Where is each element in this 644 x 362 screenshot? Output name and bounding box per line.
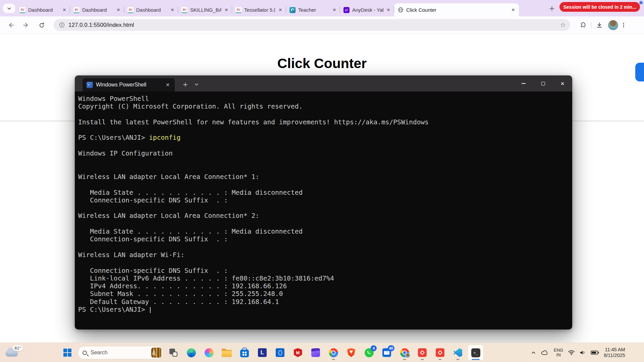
tab-title: Dashboard [136, 7, 167, 13]
taskbar-task-view[interactable] [166, 345, 181, 360]
wifi-button[interactable] [566, 346, 577, 359]
tab-title: Dashboard [28, 7, 59, 13]
language-indicator[interactable]: ENG IN [551, 346, 566, 359]
forward-button[interactable] [21, 20, 32, 31]
wifi-icon [568, 350, 575, 355]
new-tab-button[interactable] [547, 4, 557, 13]
site-info-icon[interactable] [58, 22, 65, 28]
bookmark-star-icon[interactable]: ☆ [559, 21, 567, 29]
tab-search-button[interactable] [3, 4, 15, 13]
tab-click-counter[interactable]: Click Counter✕ [394, 3, 519, 16]
tab-title: AnyDesk - Yaho [352, 7, 383, 13]
taskbar-brave[interactable] [343, 345, 359, 360]
powershell-icon: >_ [87, 82, 93, 88]
tab-dashboard[interactable]: TUDashboard✕ [124, 3, 178, 16]
forward-arrow-icon [23, 22, 30, 28]
taskbar-anydesk[interactable] [415, 345, 430, 360]
session-timeout-badge: Session will be closed in 2 min... [559, 2, 640, 12]
terminal-tab-close-icon[interactable]: ✕ [164, 81, 171, 88]
tab-dashboard[interactable]: TUDashboard✕ [70, 3, 124, 16]
tab-close-icon[interactable]: ✕ [223, 7, 229, 13]
taskbar-anydesk-2[interactable] [432, 345, 448, 360]
volume-button[interactable] [577, 346, 588, 359]
reload-icon [39, 22, 45, 28]
terminal-line: Media State . . . . . . . . . . . : Medi… [78, 189, 572, 196]
battery-button[interactable] [588, 346, 601, 359]
taskbar-mail[interactable]: 40 [379, 345, 394, 360]
cloud-weather-icon [5, 351, 18, 357]
close-icon: ✕ [560, 81, 565, 86]
web-page: Click Counter >_ Windows PowerShell ✕ [0, 34, 644, 343]
taskbar-microsoft-store[interactable] [237, 345, 252, 360]
taskbar-whatsapp[interactable]: 4 [361, 345, 377, 360]
edge-docked-widget[interactable] [635, 63, 644, 81]
tab-close-icon[interactable]: ✕ [510, 7, 516, 13]
tray-overflow-button[interactable] [529, 346, 538, 359]
taskbar-clipchamp[interactable] [308, 345, 323, 360]
taskbar-edge[interactable] [183, 345, 199, 360]
onedrive-button[interactable] [538, 346, 551, 359]
edge-icon [187, 348, 196, 357]
clipchamp-icon [311, 348, 320, 357]
terminal-title-bar[interactable]: >_ Windows PowerShell ✕ ✕ [75, 75, 572, 92]
taskbar-file-explorer[interactable] [219, 345, 234, 360]
taskbar-l-tile-app[interactable]: L [255, 345, 270, 360]
tab-close-icon[interactable]: ✕ [277, 7, 283, 13]
terminal-output[interactable]: Windows PowerShellCopyright (C) Microsof… [75, 92, 572, 329]
notification-badge: 4 [371, 345, 377, 351]
taskbar-search[interactable]: Search [77, 346, 163, 359]
plus-icon [183, 82, 187, 87]
terminal-line: Media State . . . . . . . . . . . : Medi… [78, 228, 572, 235]
tab-skilling-batch[interactable]: TUSKILLING_BATCH✕ [178, 3, 232, 16]
taskbar-vscode[interactable] [450, 345, 466, 360]
url-text[interactable]: 127.0.0.1:5500/index.html [68, 22, 559, 28]
tab-teacher[interactable]: Teacher✕ [286, 3, 340, 16]
vscode-icon [453, 348, 462, 357]
tab-close-icon[interactable]: ✕ [115, 7, 121, 13]
l-app-icon: L [258, 348, 267, 357]
address-bar[interactable]: 127.0.0.1:5500/index.html ☆ [54, 19, 570, 31]
weather-widget[interactable]: 81° [4, 345, 25, 360]
downloads-button[interactable] [594, 20, 605, 31]
running-indicator [439, 359, 442, 360]
profile-avatar[interactable] [608, 20, 618, 30]
tab-dashboard[interactable]: TUDashboard✕ [16, 3, 70, 16]
browser-tab-strip: TUDashboard✕TUDashboard✕TUDashboard✕TUSK… [0, 0, 644, 16]
close-button[interactable]: ✕ [553, 75, 572, 92]
taskbar-chrome-profile[interactable] [397, 345, 412, 360]
running-indicator [472, 359, 480, 360]
tu-logo-icon: TU [181, 7, 187, 13]
tab-close-icon[interactable]: ✕ [331, 7, 337, 13]
tab-close-icon[interactable]: ✕ [169, 7, 175, 13]
plus-icon [549, 6, 554, 11]
browser-toolbar: 127.0.0.1:5500/index.html ☆ [0, 16, 644, 34]
terminal-line [78, 126, 572, 134]
tab-anydesk-yaho[interactable]: y!AnyDesk - Yaho✕ [340, 3, 394, 16]
browser-menu-button[interactable] [618, 20, 629, 31]
taskbar-copilot[interactable] [201, 345, 217, 360]
extensions-button[interactable] [578, 20, 588, 31]
back-button[interactable] [5, 20, 16, 31]
terminal-line [78, 165, 572, 173]
reload-button[interactable] [36, 20, 47, 31]
terminal-new-tab-button[interactable] [179, 79, 191, 90]
terminal-dropdown-button[interactable] [191, 79, 202, 90]
taskbar-chrome[interactable] [326, 345, 341, 360]
maximize-button[interactable] [533, 75, 553, 92]
terminal-tab[interactable]: >_ Windows PowerShell ✕ [83, 78, 175, 92]
anydesk-icon [418, 348, 427, 357]
taskbar-windows-terminal[interactable]: >_ [468, 345, 483, 360]
search-highlight-image[interactable] [151, 348, 161, 358]
taskbar-outlook[interactable] [272, 345, 288, 360]
clock-widget[interactable]: 11:45 AM 8/11/2025 [601, 346, 628, 359]
taskbar: 81° Search LM440>_ ENG IN [0, 343, 644, 362]
taskbar-mcafee[interactable]: M [290, 345, 306, 360]
minimize-button[interactable] [514, 75, 533, 92]
tab-close-icon[interactable]: ✕ [61, 7, 67, 13]
tab-tessellator-5-0-t[interactable]: TUTessellator 5.0-t✕ [232, 3, 286, 16]
puzzle-icon [580, 22, 586, 28]
system-tray: ENG IN 11:45 AM 8/11/2025 [529, 343, 629, 362]
terminal-line [78, 157, 572, 165]
start-button[interactable] [60, 345, 75, 360]
tab-close-icon[interactable]: ✕ [385, 7, 391, 13]
